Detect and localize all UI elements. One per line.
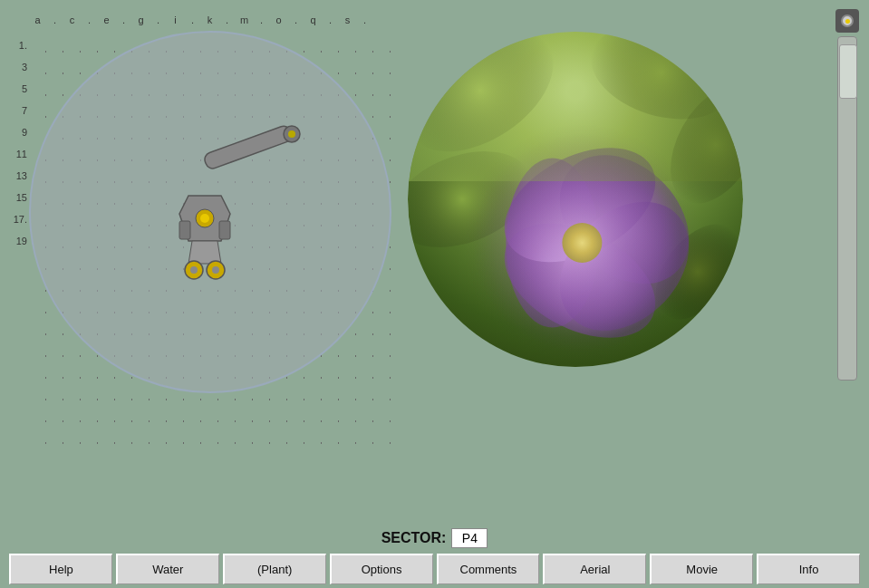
row-labels: 1. 3 5 7 9 11 13 15 17. 19 — [9, 34, 29, 252]
row-9: 9 — [9, 121, 29, 143]
col-k: k — [201, 9, 218, 31]
col-dot6: . — [218, 9, 236, 31]
info-button[interactable]: Info — [757, 554, 860, 584]
col-dot8: . — [287, 9, 304, 31]
help-button[interactable]: Help — [9, 554, 112, 584]
main-area: a . c . e . g . i . k . m . o . q . s . — [0, 0, 869, 523]
svg-rect-9 — [179, 221, 190, 239]
scrollbar-thumb[interactable] — [839, 44, 857, 99]
col-dot9: . — [322, 9, 339, 31]
movie-button[interactable]: Movie — [650, 554, 753, 584]
aerial-button[interactable]: Aerial — [543, 554, 646, 584]
svg-point-7 — [190, 266, 198, 274]
plant-button[interactable]: (Plant) — [223, 554, 326, 584]
col-o: o — [270, 9, 287, 31]
col-g: g — [132, 9, 150, 31]
col-a: a — [29, 9, 46, 31]
svg-rect-10 — [219, 221, 230, 239]
row-13: 13 — [9, 165, 29, 187]
col-dot4: . — [150, 9, 167, 31]
row-3: 3 — [9, 56, 29, 78]
row-5: 5 — [9, 78, 29, 100]
row-11: 11 — [9, 143, 29, 165]
svg-point-2 — [288, 130, 295, 138]
camera-widget[interactable] — [835, 9, 859, 33]
svg-rect-0 — [203, 124, 294, 170]
grid-container: a . c . e . g . i . k . m . o . q . s . — [9, 9, 399, 453]
sector-row: SECTOR: P4 — [381, 528, 488, 548]
scrollbar-panel[interactable] — [835, 9, 860, 381]
sector-value: P4 — [451, 528, 488, 548]
col-dot5: . — [184, 9, 201, 31]
svg-point-4 — [200, 214, 209, 223]
right-panel — [408, 9, 860, 518]
col-dot7: . — [253, 9, 270, 31]
col-m: m — [236, 9, 253, 31]
col-s: s — [339, 9, 356, 31]
col-dot2: . — [81, 9, 98, 31]
col-e: e — [98, 9, 115, 31]
row-15: 15 — [9, 187, 29, 208]
water-button[interactable]: Water — [116, 554, 219, 584]
col-c: c — [63, 9, 81, 31]
col-i: i — [167, 9, 184, 31]
row-17: 17. — [9, 208, 29, 230]
camera-dot — [845, 19, 850, 24]
comments-button[interactable]: Comments — [437, 554, 540, 584]
row-19: 19 — [9, 230, 29, 252]
col-dot1: . — [46, 9, 63, 31]
button-row: Help Water (Plant) Options Comments Aeri… — [9, 554, 860, 584]
scrollbar-track[interactable] — [837, 36, 857, 381]
col-dot10: . — [356, 9, 373, 31]
col-dot3: . — [115, 9, 132, 31]
left-panel: a . c . e . g . i . k . m . o . q . s . — [9, 9, 399, 518]
flower-canvas — [408, 18, 743, 381]
robot-arm-svg — [140, 105, 321, 304]
sector-label: SECTOR: — [381, 530, 447, 546]
grid-circle — [29, 31, 391, 393]
col-labels: a . c . e . g . i . k . m . o . q . s . — [29, 9, 373, 31]
camera-lens — [841, 14, 854, 27]
col-q: q — [304, 9, 322, 31]
bottom-bar: SECTOR: P4 Help Water (Plant) Options Co… — [0, 523, 869, 588]
svg-point-8 — [212, 266, 219, 274]
row-7: 7 — [9, 100, 29, 121]
options-button[interactable]: Options — [330, 554, 433, 584]
row-1: 1. — [9, 34, 29, 56]
flower-circle — [408, 18, 743, 381]
